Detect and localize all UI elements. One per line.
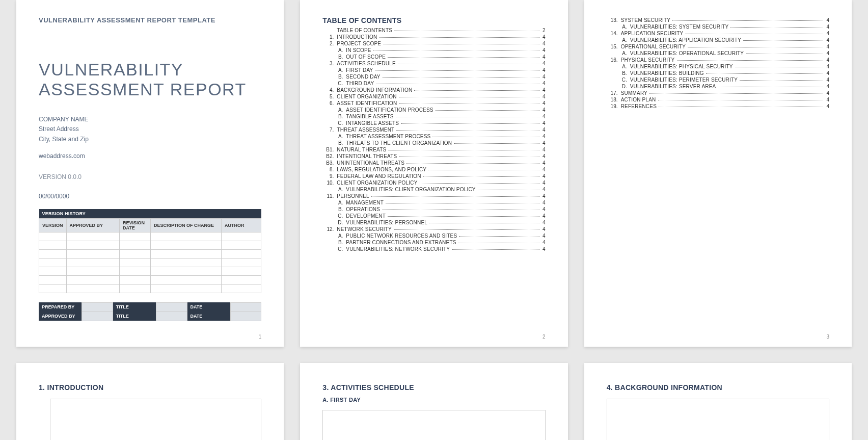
title-label: TITLE — [113, 302, 156, 312]
toc-entry: D.VULNERABILITIES: PERSONNEL4 — [322, 220, 545, 225]
table-row — [39, 249, 261, 258]
table-row — [39, 241, 261, 249]
version-history-title: VERSION HISTORY — [39, 209, 261, 219]
toc-entry: 12.NETWORK SECURITY4 — [322, 226, 545, 232]
toc-entry: 18.ACTION PLAN4 — [607, 97, 829, 102]
table-row — [39, 275, 261, 284]
toc-entry: A.PUBLIC NETWORK RESOURCES AND SITES4 — [322, 233, 545, 239]
toc-entry: B.VULNERABILITIES: BUILDING4 — [607, 70, 829, 76]
section-introduction: 1. INTRODUCTION — [39, 383, 261, 392]
date-col-label: DATE — [187, 302, 230, 312]
document-title: VULNERABILITY ASSESSMENT REPORT — [39, 60, 261, 99]
company-web: webaddress.com — [39, 151, 261, 161]
company-csz: City, State and Zip — [39, 136, 89, 143]
section-activities: 3. ACTIVITIES SCHEDULE — [322, 383, 545, 392]
section-background: 4. BACKGROUND INFORMATION — [607, 383, 829, 392]
template-label: VULNERABILITY ASSESSMENT REPORT TEMPLATE — [39, 16, 261, 24]
content-box — [322, 410, 545, 440]
toc-entry: A.THREAT ASSESSMENT PROCESS4 — [322, 134, 545, 139]
toc-entry: B.PARTNER CONNECTIONS AND EXTRANETS4 — [322, 240, 545, 245]
toc-entry: 17.SUMMARY4 — [607, 90, 829, 96]
subsection-first-day: A. FIRST DAY — [322, 397, 545, 403]
toc-entry: TABLE OF CONTENTS2 — [322, 28, 545, 33]
page-6: 4. BACKGROUND INFORMATION — [584, 363, 852, 440]
prepared-by-label: PREPARED BY — [39, 302, 82, 312]
toc-entry: 14.APPLICATION SECURITY4 — [607, 31, 829, 36]
page-1: VULNERABILITY ASSESSMENT REPORT TEMPLATE… — [16, 0, 284, 347]
toc-entry: 3.ACTIVITIES SCHEDULE4 — [322, 61, 545, 66]
toc-entry: 2.PROJECT SCOPE4 — [322, 41, 545, 46]
approved-by-label: APPROVED BY — [39, 312, 82, 321]
toc-entry: B1.NATURAL THREATS4 — [322, 147, 545, 152]
toc-entry: 4.BACKGROUND INFORMATION4 — [322, 87, 545, 93]
version-label: VERSION 0.0.0 — [39, 173, 261, 180]
company-name: COMPANY NAME — [39, 116, 89, 123]
page-2: TABLE OF CONTENTS TABLE OF CONTENTS21.IN… — [300, 0, 567, 347]
toc-entry: 6.ASSET IDENTIFICATION4 — [322, 100, 545, 106]
toc-entry: A.IN SCOPE4 — [322, 47, 545, 53]
toc-entry: 15.OPERATIONAL SECURITY4 — [607, 44, 829, 49]
page-4: 1. INTRODUCTION — [16, 363, 284, 440]
toc-entry: A.MANAGEMENT4 — [322, 200, 545, 205]
page-number: 1 — [259, 334, 262, 340]
company-street: Street Address — [39, 125, 79, 133]
page-3: 13.SYSTEM SECURITY4A.VULNERABILITIES: SY… — [584, 0, 852, 347]
toc-entry: B.OPERATIONS4 — [322, 206, 545, 212]
content-box — [50, 399, 261, 440]
toc-title: TABLE OF CONTENTS — [322, 16, 545, 24]
toc-entry: B2.INTENTIONAL THREATS4 — [322, 153, 545, 159]
toc-entry: A.FIRST DAY4 — [322, 67, 545, 73]
toc-entry: 9.FEDERAL LAW AND REGULATION4 — [322, 173, 545, 179]
toc-entry: C.VULNERABILITIES: PERIMETER SECURITY4 — [607, 77, 829, 83]
toc-entry: B3.UNINTENTIONAL THREATS4 — [322, 160, 545, 166]
page-5: 3. ACTIVITIES SCHEDULE A. FIRST DAY — [300, 363, 567, 440]
toc-entry: B.TANGIBLE ASSETS4 — [322, 114, 545, 119]
page-number: 2 — [542, 334, 546, 340]
toc-entry: 10.CLIENT ORGANIZATION POLICY4 — [322, 180, 545, 186]
version-history-table: VERSION HISTORY VERSION APPROVED BY REVI… — [39, 209, 261, 293]
toc-entry: 8.LAWS, REGULATIONS, AND POLICY4 — [322, 167, 545, 172]
toc-entry: 16.PHYSICAL SECURITY4 — [607, 57, 829, 63]
toc-entry: C.THIRD DAY4 — [322, 81, 545, 86]
toc-entry: A.VULNERABILITIES: SYSTEM SECURITY4 — [607, 24, 829, 30]
toc-entry: C.DEVELOPMENT4 — [322, 213, 545, 219]
date-label: 00/00/0000 — [39, 193, 261, 200]
document-grid: VULNERABILITY ASSESSMENT REPORT TEMPLATE… — [0, 0, 868, 440]
toc-entry: 19.REFERENCES4 — [607, 103, 829, 109]
toc-entry: D.VULNERABILITIES: SERVER AREA4 — [607, 84, 829, 89]
toc-list: TABLE OF CONTENTS21.INTRODUCTION42.PROJE… — [322, 28, 545, 252]
toc-entry: B.SECOND DAY4 — [322, 74, 545, 80]
toc-entry: C.VULNERABILITIES: NETWORK SECURITY4 — [322, 246, 545, 252]
toc-list-cont: 13.SYSTEM SECURITY4A.VULNERABILITIES: SY… — [607, 17, 829, 109]
page-number: 3 — [826, 334, 829, 340]
toc-entry: A.VULNERABILITIES: PHYSICAL SECURITY4 — [607, 64, 829, 69]
toc-entry: A.VULNERABILITIES: CLIENT ORGANIZATION P… — [322, 187, 545, 192]
toc-entry: 1.INTRODUCTION4 — [322, 34, 545, 40]
table-row — [39, 258, 261, 267]
toc-entry: 11.PERSONNEL4 — [322, 193, 545, 199]
content-box — [607, 399, 829, 440]
toc-entry: B.THREATS TO THE CLIENT ORGANIZATION4 — [322, 140, 545, 146]
toc-entry: 7.THREAT ASSESSMENT4 — [322, 127, 545, 133]
table-row — [39, 232, 261, 241]
signoff-table: PREPARED BY TITLE DATE APPROVED BY TITLE… — [39, 302, 261, 321]
toc-entry: C.INTANGIBLE ASSETS4 — [322, 120, 545, 126]
company-block: COMPANY NAME Street Address City, State … — [39, 115, 261, 161]
toc-entry: A.VULNERABILITIES: APPLICATION SECURITY4 — [607, 37, 829, 43]
table-row — [39, 267, 261, 275]
version-history-header: VERSION APPROVED BY REVISION DATE DESCRI… — [39, 218, 261, 232]
toc-entry: A.ASSET IDENTIFICATION PROCESS4 — [322, 107, 545, 113]
table-row — [39, 284, 261, 293]
toc-entry: 5.CLIENT ORGANIZATION4 — [322, 94, 545, 99]
toc-entry: A.VULNERABILITIES: OPERATIONAL SECURITY4 — [607, 50, 829, 56]
toc-entry: B.OUT OF SCOPE4 — [322, 54, 545, 60]
toc-entry: 13.SYSTEM SECURITY4 — [607, 17, 829, 23]
